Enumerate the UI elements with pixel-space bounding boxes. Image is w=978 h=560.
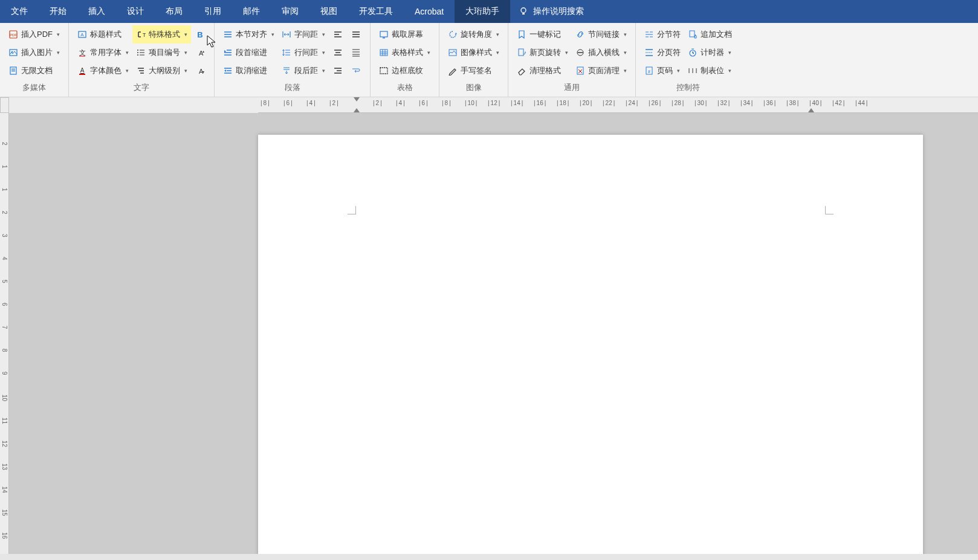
ribbon-group-multimedia: PDF 插入PDF▾ 插入图片▾ 无限文档 多媒体	[0, 23, 69, 97]
group-label-table: 表格	[375, 80, 434, 97]
horizontal-ruler[interactable]: 8642246810121416182022242628303234363840…	[258, 97, 978, 113]
increase-font-button[interactable]: A▴	[191, 43, 209, 62]
page-break-button[interactable]: 分页符	[641, 43, 684, 62]
cancel-indent-button[interactable]: 取消缩进	[219, 62, 278, 80]
align-center-small-button[interactable]	[329, 43, 347, 62]
section-align-button[interactable]: 本节对齐▾	[219, 25, 278, 43]
wrap-button[interactable]	[347, 62, 365, 80]
space-after-label: 段后距	[294, 65, 318, 76]
one-click-mark-button[interactable]: 一键标记	[513, 25, 572, 43]
right-indent-marker[interactable]	[808, 108, 814, 112]
common-font-button[interactable]: 文 常用字体▾	[74, 43, 132, 62]
document-page[interactable]	[258, 135, 923, 554]
menu-developer[interactable]: 开发工具	[348, 0, 404, 23]
title-style-label: 标题样式	[90, 29, 121, 40]
space-after-button[interactable]: 段后距▾	[278, 62, 329, 80]
border-shading-button[interactable]: 边框底纹	[375, 62, 434, 80]
picture-style-icon	[448, 48, 458, 57]
outline-icon	[136, 66, 146, 76]
menu-layout[interactable]: 布局	[155, 0, 193, 23]
menu-view[interactable]: 视图	[309, 0, 348, 23]
group-label-general: 通用	[513, 80, 630, 97]
tab-stop-label: 制表位	[701, 65, 724, 76]
tell-me-search[interactable]: 操作说明搜索	[510, 6, 592, 17]
table-style-button[interactable]: 表格样式▾	[375, 43, 434, 62]
decrease-font-button[interactable]: A▾	[191, 62, 209, 80]
border-icon	[379, 66, 389, 76]
cleanup-icon	[575, 66, 585, 76]
svg-rect-25	[519, 49, 523, 56]
tab-icon	[688, 66, 698, 76]
svg-rect-30	[690, 31, 695, 37]
justify-button[interactable]	[347, 25, 365, 43]
menu-acrobat[interactable]: Acrobat	[404, 0, 455, 23]
ruler-h-tick: 14	[511, 100, 523, 106]
align-right-small-button[interactable]	[329, 62, 347, 80]
svg-rect-27	[577, 67, 583, 74]
svg-point-13	[137, 52, 138, 53]
insert-pdf-button[interactable]: PDF 插入PDF▾	[5, 25, 63, 43]
page-rotate-icon	[517, 48, 526, 57]
svg-text:PDF: PDF	[10, 33, 17, 37]
section-link-button[interactable]: 节间链接▾	[572, 25, 630, 43]
document-canvas[interactable]	[9, 113, 978, 554]
menu-home[interactable]: 开始	[39, 0, 77, 23]
first-indent-button[interactable]: 段首缩进	[219, 43, 278, 62]
distribute-button[interactable]	[347, 43, 365, 62]
screenshot-icon	[379, 30, 389, 39]
item-number-button[interactable]: 项目编号▾	[132, 43, 191, 62]
page-number-button[interactable]: # 页码▾	[641, 62, 684, 80]
timer-button[interactable]: 计时器▾	[684, 43, 736, 62]
section-break-icon	[644, 30, 654, 39]
vertical-ruler[interactable]: 211234567891011121314151617	[0, 113, 9, 554]
hanging-indent-marker[interactable]	[354, 108, 360, 112]
title-style-button[interactable]: A 标题样式	[74, 25, 132, 43]
page-break-icon	[644, 48, 654, 57]
ruler-v-tick: 6	[1, 303, 8, 306]
bold-button[interactable]: B	[191, 25, 209, 43]
infinite-doc-button[interactable]: 无限文档	[5, 62, 63, 80]
clear-format-button[interactable]: 清理格式	[513, 62, 572, 80]
first-line-indent-marker[interactable]	[354, 97, 360, 101]
menu-review[interactable]: 审阅	[271, 0, 309, 23]
capture-screen-button[interactable]: 截取屏幕	[375, 25, 434, 43]
tab-stop-button[interactable]: 制表位▾	[684, 62, 736, 80]
font-color-button[interactable]: A 字体颜色▾	[74, 62, 132, 80]
line-spacing-button[interactable]: 行间距▾	[278, 43, 329, 62]
ribbon-group-controls: 分节符 分页符 # 页码▾ 追加文档 计时器▾	[636, 23, 740, 97]
handwrite-sign-button[interactable]: 手写签名	[444, 62, 503, 80]
page-cleanup-button[interactable]: 页面清理▾	[572, 62, 630, 80]
capture-screen-label: 截取屏幕	[392, 29, 423, 40]
menu-daheng-assistant[interactable]: 大珩助手	[455, 0, 510, 23]
svg-text:▾: ▾	[202, 70, 204, 74]
ruler-corner[interactable]	[0, 97, 9, 113]
append-doc-button[interactable]: 追加文档	[684, 25, 736, 43]
indent-icon	[223, 48, 233, 57]
rotate-angle-button[interactable]: 旋转角度▾	[444, 25, 503, 43]
image-style-label: 图像样式	[461, 47, 492, 58]
char-spacing-button[interactable]: 字间距▾	[278, 25, 329, 43]
menu-insert[interactable]: 插入	[77, 0, 116, 23]
document-icon	[8, 66, 18, 76]
bookmark-icon	[517, 30, 526, 39]
section-break-button[interactable]: 分节符	[641, 25, 684, 43]
menu-design[interactable]: 设计	[116, 0, 155, 23]
section-break-label: 分节符	[657, 29, 681, 40]
menu-mailings[interactable]: 邮件	[232, 0, 271, 23]
align-left-small-button[interactable]	[329, 25, 347, 43]
new-page-rotate-button[interactable]: 新页旋转▾	[513, 43, 572, 62]
insert-hline-button[interactable]: 插入横线▾	[572, 43, 630, 62]
menu-references[interactable]: 引用	[193, 0, 232, 23]
font-color-icon: A	[77, 66, 87, 76]
font-grow-icon: A▴	[195, 48, 205, 57]
svg-rect-23	[380, 68, 387, 74]
group-label-image: 图像	[444, 80, 503, 97]
tell-me-label: 操作说明搜索	[533, 6, 584, 17]
insert-image-button[interactable]: 插入图片▾	[5, 43, 63, 62]
menu-file[interactable]: 文件	[0, 0, 39, 23]
special-format-button[interactable]: T 特殊格式▾	[132, 25, 191, 43]
outline-level-button[interactable]: 大纲级别▾	[132, 62, 191, 80]
ruler-v-tick: 3	[1, 234, 8, 237]
image-style-button[interactable]: 图像样式▾	[444, 43, 503, 62]
ruler-v-tick: 14	[1, 486, 8, 493]
